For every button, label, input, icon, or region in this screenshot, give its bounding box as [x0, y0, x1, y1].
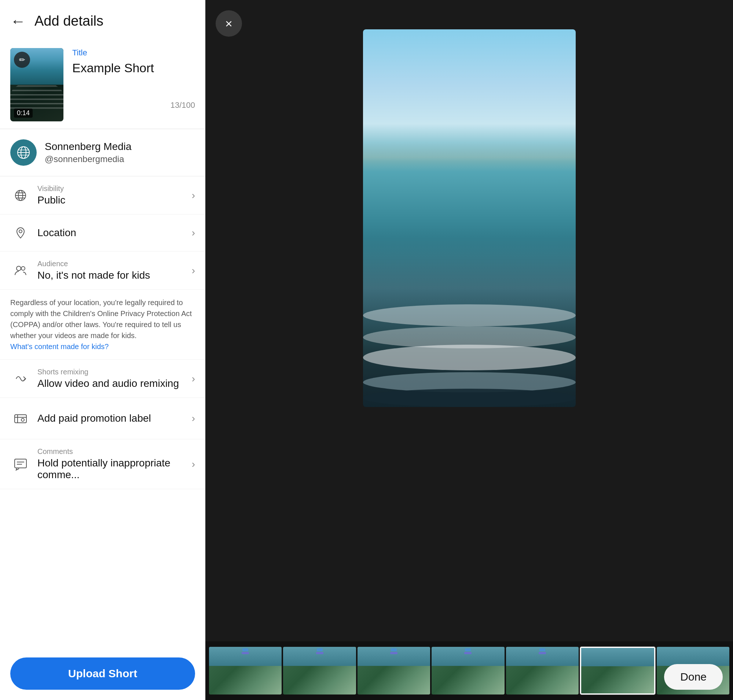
- chevron-right-icon-5: ›: [192, 413, 195, 424]
- frame-indicator-8: [464, 652, 471, 654]
- close-button[interactable]: ×: [216, 10, 242, 37]
- channel-section: Sonnenberg Media @sonnenbergmedia: [0, 129, 205, 176]
- audience-content: Audience No, it's not made for kids: [37, 260, 189, 281]
- svg-point-11: [16, 266, 21, 271]
- header: ← Add details: [0, 0, 205, 38]
- location-value: Location: [37, 227, 189, 239]
- svg-point-10: [19, 230, 22, 233]
- visibility-menu-item[interactable]: Visibility Public ›: [0, 176, 205, 215]
- page-title: Add details: [34, 13, 103, 29]
- chevron-right-icon-4: ›: [192, 373, 195, 385]
- frame-indicator-9: [539, 648, 545, 651]
- chevron-right-icon-6: ›: [192, 458, 195, 470]
- film-frame-1[interactable]: [209, 647, 282, 694]
- paid-promotion-value: Add paid promotion label: [37, 413, 189, 424]
- location-menu-item[interactable]: Location ›: [0, 215, 205, 251]
- shorts-remixing-menu-item[interactable]: Shorts remixing Allow video and audio re…: [0, 360, 205, 398]
- wave-1: [363, 304, 576, 326]
- coppa-text: Regardless of your location, you're lega…: [10, 297, 195, 352]
- chevron-right-icon-3: ›: [192, 265, 195, 276]
- location-content: Location: [37, 227, 189, 239]
- wave-5: [363, 389, 576, 407]
- left-panel: ← Add details ✏ 0:14 Title Example Short…: [0, 0, 205, 700]
- done-button[interactable]: Done: [664, 664, 723, 690]
- film-frame-6-active[interactable]: [580, 647, 655, 694]
- frame-indicator-3: [317, 648, 323, 651]
- svg-rect-13: [15, 415, 26, 423]
- comments-value: Hold potentially inappropriate comme...: [37, 457, 189, 481]
- svg-point-12: [21, 266, 25, 270]
- visibility-icon: [10, 185, 31, 206]
- upload-button[interactable]: Upload Short: [10, 657, 195, 690]
- film-frame-5[interactable]: [506, 647, 578, 694]
- paid-promotion-menu-item[interactable]: Add paid promotion label ›: [0, 398, 205, 439]
- close-icon: ×: [225, 17, 233, 30]
- remixing-label: Shorts remixing: [37, 368, 189, 376]
- audience-value: No, it's not made for kids: [37, 269, 189, 281]
- wave-container: [363, 237, 576, 407]
- svg-point-16: [21, 418, 24, 421]
- frame-indicator-2: [241, 652, 249, 654]
- char-count: 13/100: [72, 78, 195, 110]
- frame-indicator-6: [390, 652, 397, 654]
- channel-name: Sonnenberg Media: [45, 141, 132, 153]
- remixing-value: Allow video and audio remixing: [37, 378, 189, 390]
- done-btn-container: Done: [664, 664, 723, 690]
- title-section: Title Example Short 13/100: [72, 48, 195, 110]
- coppa-link[interactable]: What's content made for kids?: [10, 343, 109, 350]
- video-preview-image: [363, 29, 576, 407]
- coppa-notice: Regardless of your location, you're lega…: [0, 290, 205, 360]
- frame-indicator-4: [316, 652, 324, 654]
- channel-info: Sonnenberg Media @sonnenbergmedia: [45, 141, 132, 164]
- frame-indicator-10: [539, 652, 546, 654]
- comments-menu-item[interactable]: Comments Hold potentially inappropriate …: [0, 439, 205, 489]
- comments-label: Comments: [37, 447, 189, 456]
- audience-icon: [10, 260, 31, 281]
- comments-content: Comments Hold potentially inappropriate …: [37, 447, 189, 481]
- chevron-right-icon: ›: [192, 190, 195, 201]
- visibility-content: Visibility Public: [37, 184, 189, 206]
- filmstrip: [205, 641, 733, 700]
- horizon-glow: [363, 143, 576, 172]
- duration-badge: 0:14: [14, 109, 32, 118]
- pencil-icon: ✏: [19, 55, 25, 64]
- chevron-right-icon-2: ›: [192, 227, 195, 239]
- globe-icon: [16, 145, 31, 160]
- thumbnail[interactable]: ✏ 0:14: [10, 48, 63, 121]
- location-icon: [10, 223, 31, 243]
- visibility-label: Visibility: [37, 184, 189, 193]
- back-button[interactable]: ←: [10, 13, 26, 29]
- frame-indicator-5: [391, 648, 397, 651]
- edit-thumbnail-button[interactable]: ✏: [14, 52, 30, 68]
- audience-label: Audience: [37, 260, 189, 268]
- film-frame-4[interactable]: [431, 647, 504, 694]
- visibility-value: Public: [37, 194, 189, 206]
- remixing-content: Shorts remixing Allow video and audio re…: [37, 368, 189, 390]
- paid-promotion-icon: [10, 408, 31, 429]
- audience-menu-item[interactable]: Audience No, it's not made for kids ›: [0, 251, 205, 290]
- video-title[interactable]: Example Short: [72, 60, 195, 75]
- comments-icon: [10, 454, 31, 475]
- channel-handle: @sonnenbergmedia: [45, 154, 132, 164]
- avatar: [10, 139, 37, 166]
- video-info-section: ✏ 0:14 Title Example Short 13/100: [0, 38, 205, 129]
- wave-3: [363, 345, 576, 371]
- upload-btn-container: Upload Short: [0, 647, 205, 700]
- frame-indicator-1: [242, 648, 248, 651]
- title-label: Title: [72, 48, 195, 57]
- film-frame-2[interactable]: [283, 647, 356, 694]
- video-preview: [363, 29, 576, 407]
- svg-rect-17: [15, 459, 26, 468]
- film-frame-3[interactable]: [358, 647, 430, 694]
- remixing-icon: [10, 369, 31, 389]
- right-panel: ×: [205, 0, 733, 700]
- frame-indicator-7: [465, 648, 471, 651]
